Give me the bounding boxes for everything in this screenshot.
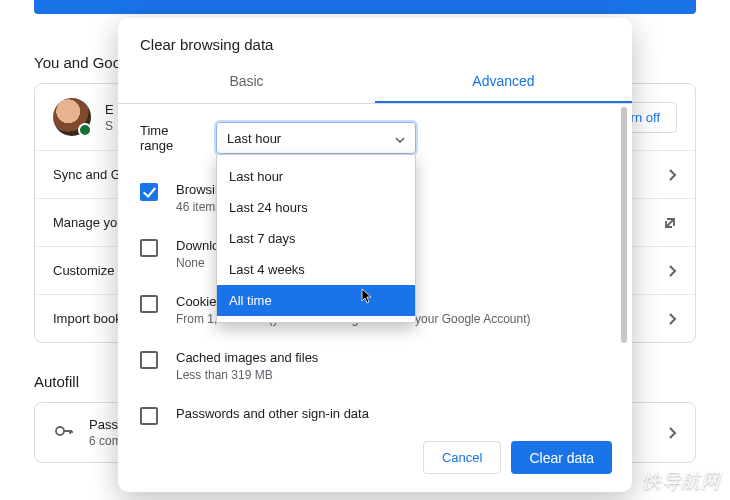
item-sub: Less than 319 MB [176, 368, 318, 382]
clear-data-button[interactable]: Clear data [511, 441, 612, 474]
item-title: Cached images and files [176, 350, 318, 365]
dropdown-option[interactable]: All time [217, 285, 415, 316]
item-sub: None [176, 424, 369, 425]
key-icon [53, 420, 75, 445]
checkbox-cookies[interactable] [140, 295, 158, 313]
list-item: Cached images and files Less than 319 MB [140, 342, 610, 398]
time-range-label: Time range [140, 123, 202, 153]
checkbox-passwords[interactable] [140, 407, 158, 425]
dropdown-option[interactable]: Last hour [217, 161, 415, 192]
item-title: Passwords and other sign-in data [176, 406, 369, 421]
external-link-icon [663, 216, 677, 230]
time-range-select[interactable]: Last hour [216, 122, 416, 154]
avatar [53, 98, 91, 136]
scrollbar-thumb[interactable] [621, 107, 627, 343]
cursor-icon [361, 288, 373, 304]
checkbox-download-history[interactable] [140, 239, 158, 257]
checkbox-cached[interactable] [140, 351, 158, 369]
chevron-right-icon [669, 427, 677, 439]
account-sub: S [105, 119, 114, 133]
dropdown-option-label: All time [229, 293, 272, 308]
chevron-right-icon [669, 313, 677, 325]
dropdown-option[interactable]: Last 4 weeks [217, 254, 415, 285]
checkbox-browsing-history[interactable] [140, 183, 158, 201]
cancel-button[interactable]: Cancel [423, 441, 501, 474]
tab-advanced[interactable]: Advanced [375, 59, 632, 103]
caret-down-icon [395, 131, 405, 146]
search-bar-band [34, 0, 696, 14]
tab-basic[interactable]: Basic [118, 59, 375, 103]
time-range-dropdown: Last hour Last 24 hours Last 7 days Last… [216, 154, 416, 323]
dialog-tabs: Basic Advanced [118, 59, 632, 103]
time-range-value: Last hour [227, 131, 281, 146]
list-item: Passwords and other sign-in data None [140, 398, 610, 425]
clear-browsing-data-dialog: Clear browsing data Basic Advanced Time … [118, 18, 632, 492]
dropdown-option[interactable]: Last 7 days [217, 223, 415, 254]
dropdown-option[interactable]: Last 24 hours [217, 192, 415, 223]
presence-dot-icon [78, 123, 92, 137]
dialog-title: Clear browsing data [118, 18, 632, 59]
chevron-right-icon [669, 169, 677, 181]
account-name: E [105, 102, 114, 117]
scrollbar[interactable] [621, 107, 627, 425]
chevron-right-icon [669, 265, 677, 277]
svg-point-0 [56, 427, 64, 435]
